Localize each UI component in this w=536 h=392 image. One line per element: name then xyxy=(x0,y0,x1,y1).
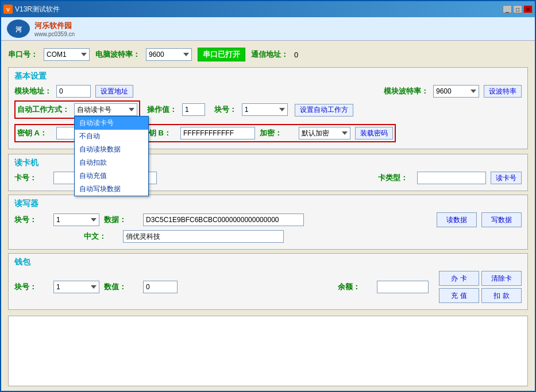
module-addr-input[interactable] xyxy=(56,85,91,98)
auto-work-popup: 自动读卡号 不自动 自动读块数据 自动扣款 自动充值 自动写块数据 xyxy=(74,116,149,196)
op-value-input[interactable] xyxy=(182,103,205,116)
dropdown-option-4[interactable]: 自动扣款 xyxy=(75,156,148,169)
rw-title: 读写器 xyxy=(14,199,522,209)
title-controls: _ □ ✕ xyxy=(503,5,533,13)
module-addr-label: 模块地址： xyxy=(14,86,52,96)
wallet-balance-label: 余额： xyxy=(338,282,372,292)
set-auto-work-button[interactable]: 设置自动工作方 xyxy=(295,104,353,117)
auto-work-row-container: 自动工作方式： 自动读卡号 不自动 自动读块数据 自动扣款 自动充值 自动写块数… xyxy=(14,100,522,122)
block-no-select[interactable]: 1234 xyxy=(242,103,288,116)
svg-text:V: V xyxy=(6,7,10,13)
wallet-block-select[interactable]: 1234 xyxy=(53,281,99,293)
dropdown-option-2[interactable]: 不自动 xyxy=(75,130,148,143)
dropdown-option-5[interactable]: 自动充值 xyxy=(75,169,148,183)
deduct-button[interactable]: 扣 款 xyxy=(481,288,522,303)
key-b-input[interactable] xyxy=(180,127,255,139)
read-data-button[interactable]: 读数据 xyxy=(437,212,477,227)
basic-settings-title: 基本设置 xyxy=(14,71,522,81)
port-label: 串口号： xyxy=(8,49,38,60)
card-type-label: 卡类型： xyxy=(378,173,412,183)
wallet-section: 钱包 块号： 1234 数值： 余额： 办 卡 清除卡 充 值 xyxy=(8,253,528,310)
logo-bar: 河 河乐软件园 www.pc0359.cn xyxy=(1,17,535,41)
key-a-label: 密钥 A： xyxy=(17,128,52,138)
basic-row2: 自动工作方式： 自动读卡号 不自动 自动读块数据 自动扣款 自动充值 自动写块数… xyxy=(14,100,140,119)
read-card-button[interactable]: 读卡号 xyxy=(491,172,522,184)
rw-row2: 中文： xyxy=(14,230,522,243)
basic-row1: 模块地址： 设置地址 模块波特率： 9600 19200 38400 设波特率 xyxy=(14,85,522,98)
op-value-label: 操作值： xyxy=(147,105,177,114)
dropdown-option-3[interactable]: 自动读块数据 xyxy=(75,143,148,156)
card-no-label: 卡号： xyxy=(14,173,49,183)
wallet-buttons-row1: 办 卡 清除卡 xyxy=(439,271,522,286)
wallet-balance-input[interactable] xyxy=(377,281,429,293)
block-inline: 块号： 1234 xyxy=(214,104,290,114)
auto-work-label: 自动工作方式： xyxy=(17,104,70,115)
wallet-row: 块号： 1234 数值： 余额： 办 卡 清除卡 充 值 扣 款 xyxy=(14,271,522,303)
main-content: 串口号： COM1 COM2 COM3 电脑波特率： 9600 19200 38… xyxy=(1,41,535,391)
set-baud-button[interactable]: 设波特率 xyxy=(484,85,522,98)
auto-work-select[interactable]: 自动读卡号 不自动 自动读块数据 自动扣款 自动充值 自动写块数据 xyxy=(74,103,137,116)
bottom-area xyxy=(8,316,528,386)
rw-data-label: 数据： xyxy=(104,215,138,225)
logo-url: www.pc0359.cn xyxy=(34,31,75,37)
rw-block-label: 块号： xyxy=(14,215,49,225)
app-icon: V xyxy=(3,5,13,14)
block-no-label: 块号： xyxy=(214,105,237,114)
minimize-button[interactable]: _ xyxy=(503,5,512,13)
dropdown-option-6[interactable]: 自动写块数据 xyxy=(75,183,148,196)
module-baud-label: 模块波特率： xyxy=(384,86,429,96)
card-type-input[interactable] xyxy=(417,172,486,184)
close-button[interactable]: ✕ xyxy=(523,5,533,13)
title-text: V13R测试软件 xyxy=(15,5,60,14)
baud-label: 电脑波特率： xyxy=(95,49,140,60)
load-key-button[interactable]: 装载密码 xyxy=(355,127,393,139)
rw-section: 读写器 块号： 1234 数据： 读数据 写数据 中文： xyxy=(8,195,528,250)
top-bar: 串口号： COM1 COM2 COM3 电脑波特率： 9600 19200 38… xyxy=(8,45,528,64)
wallet-block-label: 块号： xyxy=(14,282,49,292)
open-port-button[interactable]: 串口已打开 xyxy=(198,48,245,61)
write-data-button[interactable]: 写数据 xyxy=(481,212,522,227)
logo-icon: 河 xyxy=(7,20,30,38)
op-value-label-inline: 操作值： xyxy=(147,104,207,114)
comm-label: 通信地址： xyxy=(251,49,288,60)
encrypt-label: 加密： xyxy=(260,128,294,138)
wallet-buttons: 办 卡 清除卡 充 值 扣 款 xyxy=(439,271,522,303)
basic-settings-section: 基本设置 模块地址： 设置地址 模块波特率： 9600 19200 38400 … xyxy=(8,67,528,149)
rw-block-select[interactable]: 1234 xyxy=(53,214,99,226)
dropdown-option-1[interactable]: 自动读卡号 xyxy=(75,117,148,130)
make-card-button[interactable]: 办 卡 xyxy=(439,271,479,286)
rw-chinese-label: 中文： xyxy=(84,231,118,242)
wallet-title: 钱包 xyxy=(14,257,522,267)
baud-select[interactable]: 9600 19200 38400 115200 xyxy=(146,48,192,61)
wallet-amount-input[interactable] xyxy=(143,281,178,293)
encrypt-select[interactable]: 默认加密 自定义加密 xyxy=(299,127,350,139)
wallet-amount-label: 数值： xyxy=(104,282,138,292)
title-bar: V V13R测试软件 _ □ ✕ xyxy=(1,1,535,17)
main-window: V V13R测试软件 _ □ ✕ 河 河乐软件园 www.pc0359.cn 串… xyxy=(0,0,536,392)
port-select[interactable]: COM1 COM2 COM3 xyxy=(44,48,90,61)
wallet-buttons-row2: 充 值 扣 款 xyxy=(439,288,522,303)
module-baud-select[interactable]: 9600 19200 38400 xyxy=(433,85,479,98)
logo-name: 河乐软件园 xyxy=(34,21,75,31)
clear-card-button[interactable]: 清除卡 xyxy=(481,271,522,286)
basic-row3: 密钥 A： 密钥 B： 加密： 默认加密 自定义加密 装载密码 xyxy=(14,124,396,142)
auto-work-dropdown-container: 自动读卡号 不自动 自动读块数据 自动扣款 自动充值 自动写块数据 自动读卡号 … xyxy=(74,103,137,116)
set-addr-button[interactable]: 设置地址 xyxy=(95,85,133,98)
rw-row1: 块号： 1234 数据： 读数据 写数据 xyxy=(14,212,522,227)
maximize-button[interactable]: □ xyxy=(513,5,522,13)
comm-value: 0 xyxy=(294,51,298,59)
svg-text:河: 河 xyxy=(16,26,22,33)
rw-data-input[interactable] xyxy=(143,214,304,226)
title-bar-left: V V13R测试软件 xyxy=(3,5,60,14)
rw-chinese-input[interactable] xyxy=(123,230,284,243)
logo-text: 河乐软件园 www.pc0359.cn xyxy=(34,21,75,37)
charge-button[interactable]: 充 值 xyxy=(439,288,479,303)
